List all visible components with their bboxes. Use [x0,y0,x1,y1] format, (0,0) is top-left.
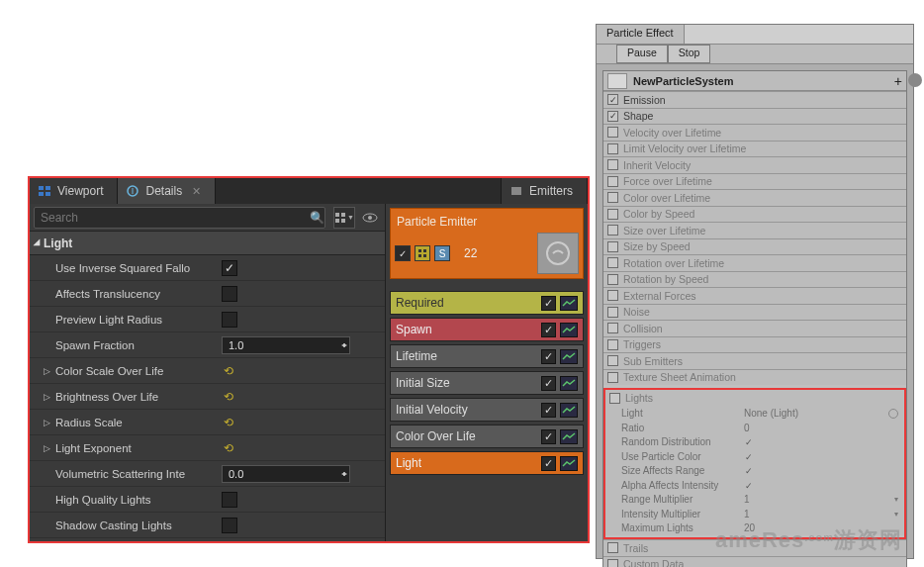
graph-icon[interactable] [560,456,578,471]
reset-icon[interactable]: ⟲ [224,416,233,429]
module-external-forces[interactable]: External Forces [603,287,906,304]
prop-shadow-lights: Shadow Casting Lights [30,513,385,538]
module-custom-data[interactable]: Custom Data [603,556,906,568]
prop-use-particle-color[interactable]: Use Particle Color✓ [605,449,904,464]
module-size-lifetime[interactable]: Size over Lifetime [603,222,906,238]
graph-icon[interactable] [560,349,578,364]
object-picker-icon[interactable] [888,409,898,419]
module-spawn[interactable]: Spawn✓ [390,318,584,341]
module-sub-emitters[interactable]: Sub Emitters [603,352,906,369]
checkbox-hq-lights[interactable] [222,492,237,508]
module-triggers[interactable]: Triggers [603,336,906,353]
module-rotation-lifetime[interactable]: Rotation over Lifetime [603,254,906,271]
module-color-lifetime[interactable]: Color over Lifetime [603,189,906,206]
tab-emitters[interactable]: Emitters [501,178,588,204]
add-icon[interactable]: + [894,73,902,89]
svg-rect-2 [39,192,44,196]
graph-icon[interactable] [560,376,578,391]
input-spawn-fraction[interactable]: 1.0◂▸ [222,336,350,354]
tab-details[interactable]: Details ✕ [118,178,216,204]
category-light[interactable]: Light [30,232,385,255]
prop-alpha-affects-intensity[interactable]: Alpha Affects Intensity✓ [605,478,904,493]
module-shape[interactable]: ✓Shape [603,108,906,125]
module-limit-velocity[interactable]: Limit Velocity over Lifetime [603,141,906,157]
prop-light-exponent: ▷Light Exponent ⟲ [30,435,385,461]
search-input[interactable] [34,207,325,229]
view-options-button[interactable]: ▼ [333,207,355,229]
module-color-speed[interactable]: Color by Speed [603,206,906,223]
graph-icon[interactable] [560,296,578,311]
svg-point-12 [368,216,372,220]
tab-viewport[interactable]: Viewport [30,178,118,204]
checkbox-inverse-falloff[interactable]: ✓ [222,260,237,276]
context-dot[interactable] [908,73,922,87]
prop-random-distribution[interactable]: Random Distribution✓ [605,435,904,450]
svg-rect-0 [39,186,44,190]
module-trails[interactable]: Trails [603,539,906,556]
module-collision[interactable]: Collision [603,320,906,336]
tab-viewport-label: Viewport [57,184,103,198]
tab-details-label: Details [145,184,182,198]
module-velocity-lifetime[interactable]: Velocity over Lifetime [603,124,906,141]
svg-rect-15 [418,254,421,257]
emitter-toggle-s[interactable]: S [434,245,450,261]
svg-rect-7 [335,213,339,217]
details-icon [126,184,139,198]
reset-icon[interactable]: ⟲ [224,390,233,404]
module-lights[interactable]: Lights [605,390,904,407]
module-light[interactable]: Light✓ [390,451,584,475]
emitter-count: 22 [464,246,477,260]
graph-icon[interactable] [560,429,578,444]
pause-button[interactable]: Pause [616,45,668,63]
emitters-icon [509,184,523,198]
prop-range-multiplier[interactable]: Range Multiplier1▾ [605,493,904,508]
input-volumetric-scattering[interactable]: 0.0◂▸ [222,465,350,483]
module-size-speed[interactable]: Size by Speed [603,238,906,255]
module-noise[interactable]: Noise [603,304,906,321]
tab-particle-effect[interactable]: Particle Effect [597,25,685,44]
module-lifetime[interactable]: Lifetime✓ [390,344,584,368]
graph-icon[interactable] [560,323,578,337]
unreal-details-panel: Viewport Details ✕ Emitters 🔍 ▼ Light [28,176,590,543]
prop-radius-scale: ▷Radius Scale ⟲ [30,410,385,435]
particle-system-block: NewParticleSystem + ✓Emission ✓Shape Vel… [602,70,907,567]
prop-preview-radius: Preview Light Radius [30,307,385,332]
prop-maximum-lights[interactable]: Maximum Lights20 [605,521,904,536]
system-header[interactable]: NewParticleSystem + [603,71,906,91]
module-inherit-velocity[interactable]: Inherit Velocity [603,156,906,173]
module-initial-velocity[interactable]: Initial Velocity✓ [390,398,584,422]
module-required[interactable]: Required✓ [390,291,584,315]
module-texture-sheet[interactable]: Texture Sheet Animation [603,369,906,386]
visibility-icon[interactable] [359,207,381,229]
module-color-over-life[interactable]: Color Over Life✓ [390,425,584,448]
prop-size-affects-range[interactable]: Size Affects Range✓ [605,464,904,479]
unity-tab-bar: Particle Effect [597,25,913,45]
prop-hq-lights: High Quality Lights [30,487,385,513]
tab-emitters-label: Emitters [529,184,573,198]
svg-rect-16 [423,254,426,257]
emitter-title: Particle Emitter [395,213,579,233]
module-rotation-speed[interactable]: Rotation by Speed [603,271,906,288]
prop-inverse-falloff: Use Inverse Squared Fallo ✓ [30,255,385,281]
reset-icon[interactable]: ⟲ [224,364,233,378]
checkbox-preview-radius[interactable] [222,312,237,328]
prop-volumetric-scattering: Volumetric Scattering Inte 0.0◂▸ [30,461,385,487]
module-force-lifetime[interactable]: Force over Lifetime [603,173,906,190]
prop-ratio[interactable]: Ratio0 [605,421,904,435]
lights-module-expanded: Lights LightNone (Light) Ratio0 Random D… [603,388,906,539]
prop-affects-translucency: Affects Translucency [30,281,385,307]
emitter-toggle-enabled[interactable]: ✓ [395,245,411,261]
prop-light-object[interactable]: LightNone (Light) [605,407,904,422]
module-emission[interactable]: ✓Emission [603,91,906,108]
module-initial-size[interactable]: Initial Size✓ [390,371,584,395]
prop-intensity-multiplier[interactable]: Intensity Multiplier1▾ [605,507,904,521]
emitter-toggle-solo[interactable] [415,245,430,261]
stop-button[interactable]: Stop [668,45,711,63]
emitter-header[interactable]: Particle Emitter ✓ S 22 [390,208,584,279]
checkbox-shadow-lights[interactable] [222,518,237,533]
svg-rect-1 [46,186,50,190]
close-icon[interactable]: ✕ [192,185,201,198]
reset-icon[interactable]: ⟲ [224,441,233,455]
graph-icon[interactable] [560,403,578,418]
checkbox-affects-translucency[interactable] [222,286,237,302]
